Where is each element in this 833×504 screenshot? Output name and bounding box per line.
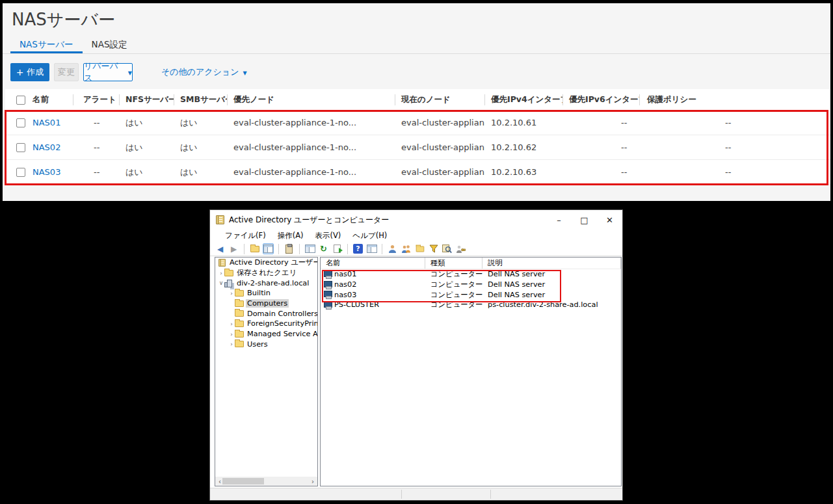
tab-nas-settings[interactable]: NAS設定	[83, 36, 137, 53]
aduc-root-icon	[218, 259, 226, 267]
row-checkbox[interactable]	[16, 118, 25, 127]
create-button[interactable]: + 作成	[10, 63, 49, 81]
table-row-nas02[interactable]: NAS02 -- はい はい eval-cluster-appliance-1-…	[5, 135, 830, 160]
aduc-app-icon	[216, 215, 224, 224]
column-header-protection-policy[interactable]: 保護ポリシー	[639, 89, 830, 111]
scroll-right-icon[interactable]: ›	[308, 478, 317, 485]
cell-nfs: はい	[119, 160, 174, 184]
row-checkbox[interactable]	[16, 143, 25, 152]
list-column-description[interactable]: 説明	[483, 258, 621, 269]
modify-button[interactable]: 変更	[54, 63, 79, 81]
nas-server-link[interactable]: NAS01	[33, 118, 60, 127]
tree-item-foreign-security-principals[interactable]: › ForeignSecurityPrincipals	[215, 319, 317, 329]
cell-alert: --	[73, 135, 119, 159]
list-item-nas02[interactable]: nas02 コンピューター Dell NAS server	[321, 280, 621, 290]
forward-icon[interactable]: ▶	[228, 243, 239, 254]
aduc-window: Active Directory ユーザーとコンピューター – □ ✕ ファイル…	[209, 209, 623, 501]
create-user-icon[interactable]	[387, 243, 398, 254]
chevron-right-icon[interactable]: ›	[228, 321, 235, 327]
maximize-button[interactable]: □	[572, 210, 597, 230]
create-group-icon[interactable]	[401, 243, 412, 254]
column-header-ipv4[interactable]: 優先IPv4インターフェイ...	[484, 89, 562, 111]
list-item-nas03[interactable]: nas03 コンピューター Dell NAS server	[321, 289, 621, 300]
computer-icon	[324, 291, 332, 298]
view-options-icon[interactable]	[366, 243, 377, 254]
cell-alert: --	[73, 160, 119, 184]
create-button-label: 作成	[27, 66, 44, 78]
column-header-name[interactable]: 名前	[5, 89, 73, 111]
list-column-name[interactable]: 名前	[321, 258, 425, 269]
back-icon[interactable]: ◀	[215, 243, 226, 254]
menu-view[interactable]: 表示(V)	[310, 231, 347, 241]
console-tree-panel: Active Directory ユーザーとコンピュー › 保存されたクエリ ∨…	[215, 257, 318, 486]
toolbar-separator	[244, 244, 245, 254]
table-row-nas03[interactable]: NAS03 -- はい はい eval-cluster-appliance-1-…	[5, 160, 830, 185]
chevron-down-icon[interactable]: ∨	[218, 280, 224, 286]
close-button[interactable]: ✕	[597, 210, 622, 230]
tree-item-builtin[interactable]: › Builtin	[215, 288, 317, 298]
nas-table: 名前 アラート NFSサーバー SMBサーバー 優先ノード 現在のノード 優先I…	[5, 89, 830, 185]
properties-clipboard-icon[interactable]	[284, 243, 295, 254]
computer-icon	[324, 301, 332, 309]
menu-help[interactable]: ヘルプ(H)	[347, 231, 393, 241]
more-actions-dropdown[interactable]: その他のアクション ▼	[161, 66, 247, 78]
cell-ipv6: --	[562, 160, 639, 184]
list-item-ps-cluster[interactable]: PS-CLUSTER コンピューター ps-cluster.div-2-shar…	[321, 300, 621, 310]
properties-window-icon[interactable]	[304, 243, 315, 254]
aduc-toolbar: ◀ ▶ ↻ ?	[210, 242, 622, 256]
minimize-button[interactable]: –	[546, 210, 572, 230]
nas-action-bar: + 作成 変更 リパーパス ▼ その他のアクション ▼	[3, 60, 830, 84]
tree-root-label: Active Directory ユーザーとコンピュー	[230, 258, 317, 267]
chevron-right-icon[interactable]: ›	[218, 270, 224, 276]
aduc-titlebar[interactable]: Active Directory ユーザーとコンピューター – □ ✕	[210, 210, 622, 230]
nas-table-header: 名前 アラート NFSサーバー SMBサーバー 優先ノード 現在のノード 優先I…	[5, 89, 830, 111]
repurpose-dropdown-button[interactable]: リパーパス ▼	[83, 63, 133, 81]
list-item-nas01[interactable]: nas01 コンピューター Dell NAS server	[321, 269, 621, 280]
horizontal-scrollbar[interactable]: ‹ ›	[215, 477, 317, 486]
show-console-tree-icon[interactable]	[263, 243, 274, 254]
plus-icon: +	[16, 67, 24, 77]
list-column-type[interactable]: 種類	[425, 258, 483, 269]
filter-icon[interactable]	[428, 243, 439, 254]
create-ou-icon[interactable]	[414, 243, 425, 254]
refresh-icon[interactable]: ↻	[318, 243, 329, 254]
folder-icon	[235, 321, 244, 327]
column-header-ipv6[interactable]: 優先IPv6インターフェイ...	[562, 89, 639, 111]
column-header-current-node[interactable]: 現在のノード	[395, 89, 484, 111]
tab-nas-servers[interactable]: NASサーバー	[10, 36, 83, 53]
column-header-smb[interactable]: SMBサーバー	[174, 89, 227, 111]
nas-server-link[interactable]: NAS02	[33, 142, 60, 152]
chevron-right-icon[interactable]: ›	[228, 331, 235, 338]
table-row-nas01[interactable]: NAS01 -- はい はい eval-cluster-appliance-1-…	[5, 111, 830, 135]
object-list-panel: 名前 種類 説明 nas01 コンピューター Dell NAS server n…	[320, 257, 622, 486]
tree-item-users[interactable]: › Users	[215, 339, 317, 350]
aduc-main-area: Active Directory ユーザーとコンピュー › 保存されたクエリ ∨…	[210, 257, 622, 486]
column-header-nfs[interactable]: NFSサーバー	[119, 89, 174, 111]
row-checkbox[interactable]	[16, 168, 25, 177]
tree-item-domain-controllers[interactable]: Domain Controllers	[215, 308, 317, 319]
statusbar-divider	[490, 490, 491, 499]
find-icon[interactable]	[442, 243, 453, 254]
select-all-checkbox[interactable]	[16, 96, 25, 105]
tree-item-managed-service-accounts[interactable]: › Managed Service Accounts	[215, 329, 317, 339]
up-one-level-icon[interactable]	[249, 243, 260, 254]
tree-item-saved-queries[interactable]: › 保存されたクエリ	[215, 268, 317, 278]
delegate-users-icon[interactable]	[455, 243, 466, 254]
column-header-alert[interactable]: アラート	[73, 89, 119, 111]
column-header-preferred-node[interactable]: 優先ノード	[227, 89, 395, 111]
scrollbar-thumb[interactable]	[222, 478, 264, 484]
page-title: NASサーバー	[12, 8, 115, 31]
chevron-right-icon[interactable]: ›	[228, 290, 235, 297]
chevron-right-icon[interactable]: ›	[228, 341, 235, 347]
aduc-window-title: Active Directory ユーザーとコンピューター	[229, 215, 389, 226]
tree-item-domain[interactable]: ∨ div-2-share-ad.local	[215, 278, 317, 288]
menu-file[interactable]: ファイル(F)	[219, 231, 272, 241]
tree-item-computers[interactable]: Computers	[215, 298, 317, 309]
menu-action[interactable]: 操作(A)	[272, 231, 310, 241]
export-list-icon[interactable]	[332, 243, 343, 254]
nas-server-link[interactable]: NAS03	[33, 167, 60, 177]
window-controls: – □ ✕	[546, 210, 622, 230]
help-icon[interactable]: ?	[352, 243, 364, 254]
tree-root[interactable]: Active Directory ユーザーとコンピュー	[215, 258, 317, 268]
cell-nfs: はい	[119, 135, 174, 159]
